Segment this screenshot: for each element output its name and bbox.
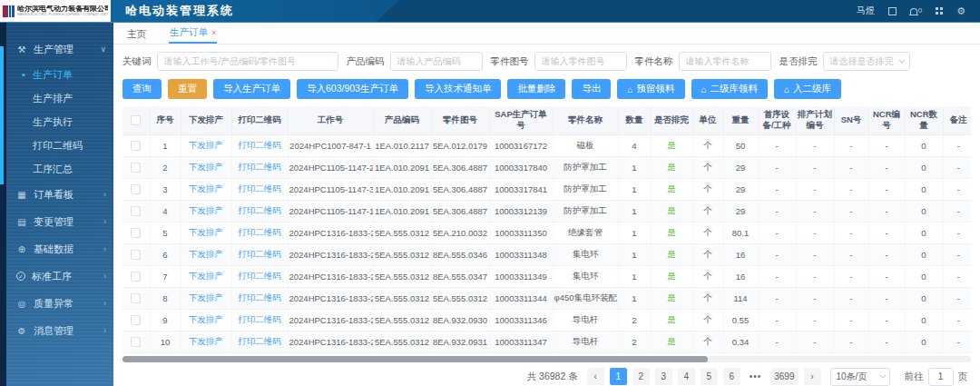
- cell-ncr_qty: 0: [905, 222, 943, 243]
- print-qrcode-link[interactable]: 打印二维码: [238, 336, 281, 346]
- sidebar-item-4[interactable]: ✓标准工序›: [0, 262, 113, 290]
- dispatch-link[interactable]: 下发排产: [189, 336, 223, 346]
- page-button-5[interactable]: 5: [701, 368, 718, 385]
- row-checkbox[interactable]: [131, 250, 141, 260]
- cell-unit: 个: [692, 265, 723, 287]
- filter-field: 是否排完请选择是否排完: [779, 52, 910, 71]
- close-icon[interactable]: ×: [211, 28, 216, 37]
- print-qrcode-link[interactable]: 打印二维码: [238, 140, 281, 150]
- sidebar-item-2[interactable]: ▤变更管理›: [0, 208, 113, 235]
- button-导入603/903生产订单[interactable]: 导入603/903生产订单: [297, 79, 408, 99]
- cell-weight: 0.55: [723, 309, 758, 331]
- column-header-product_code: 产品编码: [373, 106, 431, 134]
- row-checkbox[interactable]: [131, 163, 141, 173]
- dispatch-link[interactable]: 下发排产: [189, 249, 223, 259]
- cell-plan_no: -: [796, 178, 834, 200]
- dispatch-link[interactable]: 下发排产: [189, 205, 223, 215]
- page-size-select[interactable]: 10条/页: [830, 368, 890, 386]
- user-name[interactable]: 马煜: [857, 5, 875, 17]
- cell-remark: -: [943, 331, 971, 352]
- button-查询[interactable]: 查询: [122, 79, 162, 99]
- horizontal-scrollbar[interactable]: [122, 356, 971, 362]
- filter-input-零件图号[interactable]: [534, 52, 627, 71]
- sidebar-item-5[interactable]: ◎质量异常›: [0, 290, 113, 317]
- prev-page-button[interactable]: ‹: [587, 368, 604, 385]
- page-button-2[interactable]: 2: [632, 368, 650, 385]
- button-导入生产订单[interactable]: 导入生产订单: [213, 79, 290, 99]
- fullscreen-icon[interactable]: [888, 7, 897, 15]
- row-checkbox[interactable]: [131, 293, 141, 303]
- cell-ncr_qty: 0: [905, 134, 943, 156]
- row-checkbox[interactable]: [131, 141, 141, 151]
- sidebar-item-0[interactable]: ⚒生产管理∨: [0, 35, 113, 63]
- next-page-button[interactable]: ›: [804, 368, 821, 385]
- sidebar-subitem[interactable]: 生产执行: [0, 110, 113, 134]
- button-导出[interactable]: 导出: [572, 79, 611, 99]
- dispatch-link[interactable]: 下发排产: [189, 314, 223, 324]
- button-批量删除[interactable]: 批量删除: [507, 79, 565, 99]
- print-qrcode-link[interactable]: 打印二维码: [238, 162, 281, 172]
- dispatch-link[interactable]: 下发排产: [189, 271, 223, 281]
- cell-ncr_no: -: [868, 287, 905, 309]
- cell-sap_no: 10003317841: [489, 178, 553, 200]
- sidebar-subitem[interactable]: 生产订单: [0, 63, 113, 86]
- apps-grid-icon[interactable]: [936, 7, 943, 15]
- sidebar-item-6[interactable]: ⚙消息管理›: [0, 317, 113, 344]
- print-qrcode-link[interactable]: 打印二维码: [238, 314, 281, 324]
- page-button-4[interactable]: 4: [678, 368, 695, 385]
- chevron-down-icon: ∨: [100, 45, 106, 54]
- table-row: 7下发排产打印二维码2024HPC1316-1833-25EA.555.0312…: [122, 265, 971, 287]
- button-导入技术通知单[interactable]: 导入技术通知单: [415, 79, 502, 99]
- cell-sn: -: [834, 200, 868, 222]
- page-button-3[interactable]: 3: [655, 368, 672, 385]
- print-qrcode-link[interactable]: 打印二维码: [238, 183, 281, 193]
- dispatch-link[interactable]: 下发排产: [189, 140, 223, 150]
- button-重置[interactable]: 重置: [168, 79, 207, 99]
- scrollbar-thumb[interactable]: [122, 356, 708, 362]
- column-header-part_no: 零件图号: [431, 106, 489, 134]
- print-qrcode-link[interactable]: 打印二维码: [238, 227, 281, 237]
- row-checkbox[interactable]: [131, 272, 141, 282]
- page-button-3699[interactable]: 3699: [770, 368, 798, 385]
- row-checkbox[interactable]: [131, 337, 141, 347]
- tab-生产订单[interactable]: 生产订单×: [169, 23, 217, 44]
- page-button-1[interactable]: 1: [610, 368, 627, 385]
- filter-input-产品编码[interactable]: [390, 52, 483, 71]
- row-checkbox[interactable]: [131, 315, 141, 325]
- page-button-6[interactable]: 6: [723, 368, 740, 385]
- button-入二级库[interactable]: ⌂入二级库: [774, 79, 841, 99]
- cell-checkbox: [122, 243, 150, 265]
- notification-bell[interactable]: 0: [910, 7, 922, 15]
- row-checkbox[interactable]: [131, 206, 141, 216]
- column-header-work_no: 工作号: [288, 106, 373, 134]
- button-二级库领料[interactable]: ⌂二级库领料: [691, 79, 769, 99]
- tab-主页[interactable]: 主页: [126, 25, 147, 44]
- row-checkbox[interactable]: [131, 228, 141, 238]
- row-checkbox[interactable]: [131, 184, 141, 194]
- dispatch-link[interactable]: 下发排产: [189, 162, 223, 172]
- dispatch-link[interactable]: 下发排产: [189, 227, 223, 237]
- filter-input-零件名称[interactable]: [679, 52, 771, 71]
- dispatch-link[interactable]: 下发排产: [189, 292, 223, 302]
- sidebar-subitem[interactable]: 工序汇总: [0, 157, 113, 181]
- cell-print: 打印二维码: [231, 178, 288, 200]
- select-all-checkbox[interactable]: [131, 115, 141, 125]
- print-qrcode-link[interactable]: 打印二维码: [238, 249, 281, 259]
- print-qrcode-link[interactable]: 打印二维码: [238, 271, 281, 281]
- sidebar-item-1[interactable]: ▦订单看板›: [0, 181, 113, 208]
- print-qrcode-link[interactable]: 打印二维码: [238, 292, 281, 302]
- cell-sn: -: [834, 222, 868, 243]
- goto-page-input[interactable]: [928, 368, 954, 386]
- cell-weight: 29: [723, 178, 758, 200]
- sidebar-subitem[interactable]: 生产排产: [0, 86, 113, 110]
- button-预留领料[interactable]: ⌂预留领料: [617, 79, 684, 99]
- dispatch-link[interactable]: 下发排产: [189, 183, 223, 193]
- sidebar-subitem[interactable]: 打印二维码: [0, 134, 113, 157]
- settings-gear-icon[interactable]: ⚙: [956, 6, 965, 16]
- filter-label: 产品编码: [347, 55, 385, 68]
- filter-select-是否排完[interactable]: 请选择是否排完: [823, 52, 910, 71]
- button-label: 导出: [582, 83, 601, 95]
- print-qrcode-link[interactable]: 打印二维码: [238, 205, 281, 215]
- filter-input-关键词[interactable]: [157, 52, 338, 71]
- sidebar-item-3[interactable]: ⊕基础数据›: [0, 235, 113, 262]
